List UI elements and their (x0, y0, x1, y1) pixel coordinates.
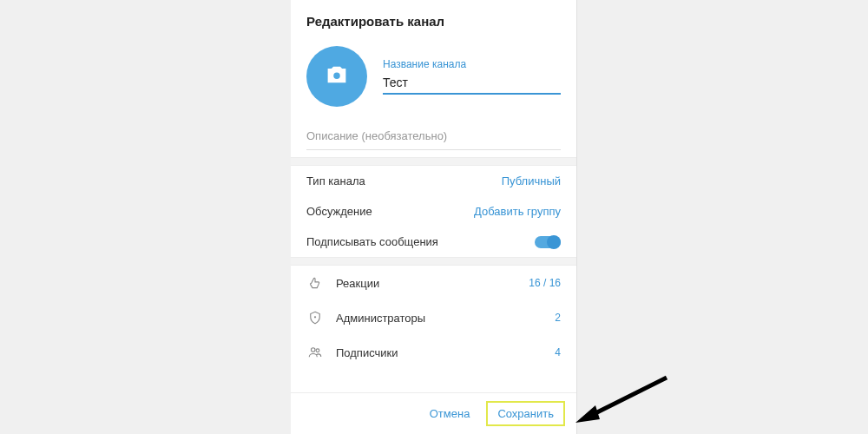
svg-marker-5 (575, 405, 600, 423)
channel-type-label: Тип канала (306, 174, 365, 187)
channel-name-field: Название канала (383, 58, 561, 95)
save-button[interactable]: Сохранить (487, 402, 564, 425)
reactions-row[interactable]: Реакции 16 / 16 (291, 266, 576, 300)
discussion-label: Обсуждение (306, 205, 372, 218)
section-divider (291, 257, 576, 266)
scroll-area[interactable]: Редактировать канал Название канала Тип … (291, 0, 576, 392)
svg-point-3 (316, 349, 319, 352)
svg-point-2 (312, 348, 316, 352)
svg-point-0 (333, 72, 339, 78)
discussion-value: Добавить группу (474, 205, 561, 218)
annotation-arrow (571, 369, 675, 430)
admins-row[interactable]: Администраторы 2 (291, 300, 576, 335)
admins-value: 2 (555, 312, 561, 324)
subscribers-value: 4 (555, 346, 561, 358)
sign-messages-toggle[interactable] (535, 236, 561, 248)
panel-header: Редактировать канал (291, 0, 576, 41)
shield-icon (306, 309, 324, 326)
channel-type-row[interactable]: Тип канала Публичный (291, 166, 576, 196)
subscribers-label: Подписчики (336, 346, 542, 359)
people-icon (306, 344, 324, 361)
channel-name-input[interactable] (383, 72, 561, 95)
description-input[interactable] (306, 122, 561, 150)
discussion-row[interactable]: Обсуждение Добавить группу (291, 196, 576, 227)
panel-footer: Отмена Сохранить (291, 392, 576, 434)
channel-name-label: Название канала (383, 58, 561, 70)
channel-type-value: Публичный (502, 174, 561, 187)
reactions-label: Реакции (336, 277, 516, 290)
admins-label: Администраторы (336, 312, 542, 325)
sign-messages-row: Подписывать сообщения (291, 227, 576, 257)
sign-messages-label: Подписывать сообщения (306, 235, 438, 248)
channel-avatar[interactable] (306, 46, 367, 107)
svg-line-4 (589, 378, 667, 417)
panel-title: Редактировать канал (306, 14, 561, 29)
svg-point-1 (314, 316, 316, 318)
cancel-button[interactable]: Отмена (419, 402, 481, 425)
section-divider (291, 157, 576, 166)
camera-icon (325, 62, 349, 90)
profile-row: Название канала (291, 41, 576, 122)
edit-channel-panel: Редактировать канал Название канала Тип … (291, 0, 577, 434)
reactions-value: 16 / 16 (529, 277, 561, 289)
hand-wave-icon (306, 274, 324, 292)
description-field (291, 122, 576, 157)
subscribers-row[interactable]: Подписчики 4 (291, 335, 576, 370)
